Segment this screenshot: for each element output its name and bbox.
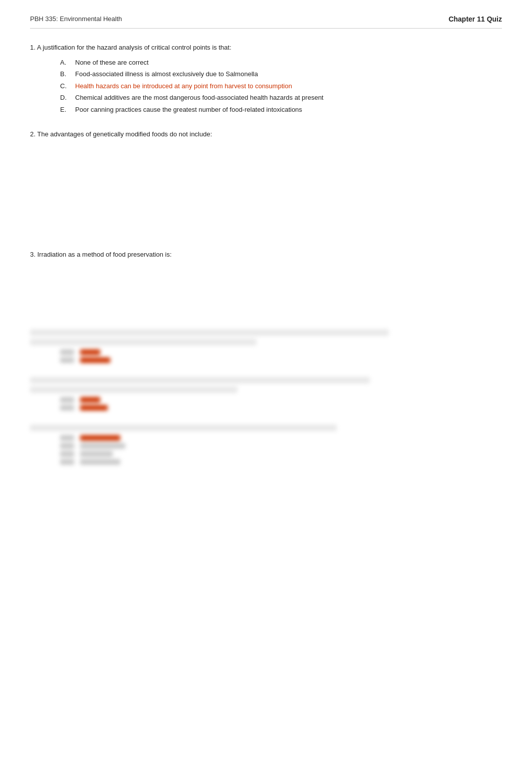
blurred-answer-row [60, 349, 502, 355]
blurred-answer-row [60, 459, 502, 465]
page-header: PBH 335: Environmental Health Chapter 11… [30, 15, 502, 29]
answer-1-d: D. Chemical additives are the most dange… [60, 93, 502, 103]
blurred-question-5 [30, 377, 502, 411]
blurred-question-6 [30, 425, 502, 465]
blurred-answer-row [60, 405, 502, 411]
question-3-gap [30, 264, 502, 314]
question-1-text: 1. A justification for the hazard analys… [30, 43, 502, 53]
answer-list-1: A. None of these are correct B. Food-ass… [60, 58, 502, 115]
question-3-text: 3. Irradiation as a method of food prese… [30, 250, 502, 260]
answer-1-b: B. Food-associated illness is almost exc… [60, 69, 502, 79]
answer-1-c: C. Health hazards can be introduced at a… [60, 81, 502, 91]
blurred-answer-row [60, 451, 502, 457]
answer-1-e: E. Poor canning practices cause the grea… [60, 105, 502, 115]
blurred-question-4 [30, 329, 502, 363]
question-3: 3. Irradiation as a method of food prese… [30, 250, 502, 315]
course-title: PBH 335: Environmental Health [30, 15, 122, 23]
question-2-gap [30, 144, 502, 235]
quiz-title: Chapter 11 Quiz [448, 15, 502, 23]
blurred-answer-row [60, 443, 502, 449]
question-2: 2. The advantages of genetically modifie… [30, 129, 502, 235]
blurred-content [30, 329, 502, 465]
blurred-answer-row [60, 357, 502, 363]
question-1: 1. A justification for the hazard analys… [30, 43, 502, 114]
blurred-answer-row [60, 435, 502, 441]
blurred-answer-row [60, 397, 502, 403]
question-2-text: 2. The advantages of genetically modifie… [30, 129, 502, 139]
answer-1-a: A. None of these are correct [60, 58, 502, 68]
